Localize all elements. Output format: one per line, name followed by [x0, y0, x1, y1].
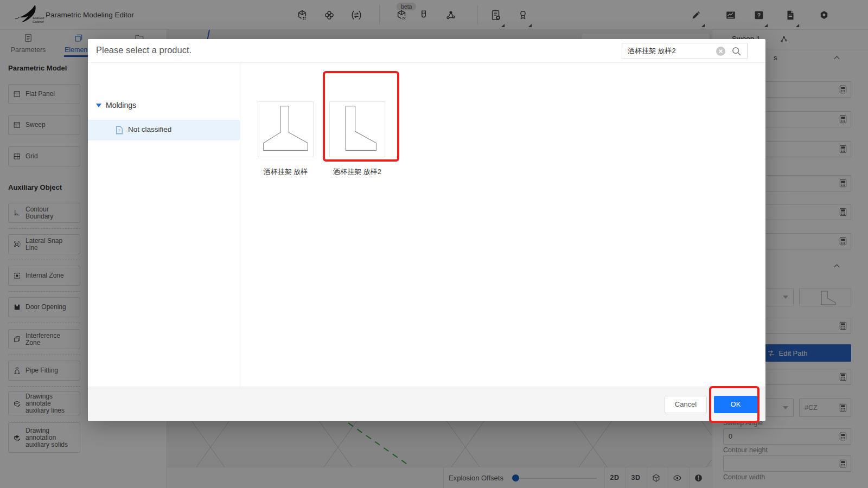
tree-node-moldings[interactable]: Moldings — [88, 99, 240, 114]
tree-node-label: Moldings — [106, 101, 136, 110]
product-card[interactable]: 酒杯挂架 放样2 — [329, 101, 385, 177]
folder-question-icon: ? — [114, 125, 124, 135]
product-search-input[interactable]: 酒杯挂架 放样2 — [622, 43, 748, 59]
product-thumbnail — [258, 101, 314, 157]
product-thumbnail — [329, 101, 385, 157]
search-icon[interactable] — [731, 46, 742, 57]
search-input-value: 酒杯挂架 放样2 — [628, 43, 676, 59]
dialog-footer: Cancel OK — [88, 387, 765, 421]
product-label: 酒杯挂架 放样2 — [329, 167, 385, 177]
product-label: 酒杯挂架 放样 — [258, 167, 314, 177]
category-tree: Moldings ? Not classified — [88, 63, 240, 387]
product-grid: 酒杯挂架 放样酒杯挂架 放样2 — [240, 63, 765, 387]
clear-search-icon[interactable] — [716, 47, 725, 56]
product-card[interactable]: 酒杯挂架 放样 — [258, 101, 314, 177]
cancel-button[interactable]: Cancel — [665, 396, 707, 413]
dialog-title: Please select a product. — [96, 45, 192, 55]
tree-node-label: Not classified — [128, 125, 171, 133]
dialog-header: Please select a product. 酒杯挂架 放样2 — [88, 39, 765, 63]
product-select-dialog: Please select a product. 酒杯挂架 放样2 Moldin… — [88, 39, 765, 421]
ok-button[interactable]: OK — [714, 396, 757, 413]
tree-expand-caret-icon[interactable] — [96, 104, 101, 110]
tree-node-not-classified[interactable]: ? Not classified — [88, 120, 240, 140]
svg-text:?: ? — [118, 129, 120, 133]
